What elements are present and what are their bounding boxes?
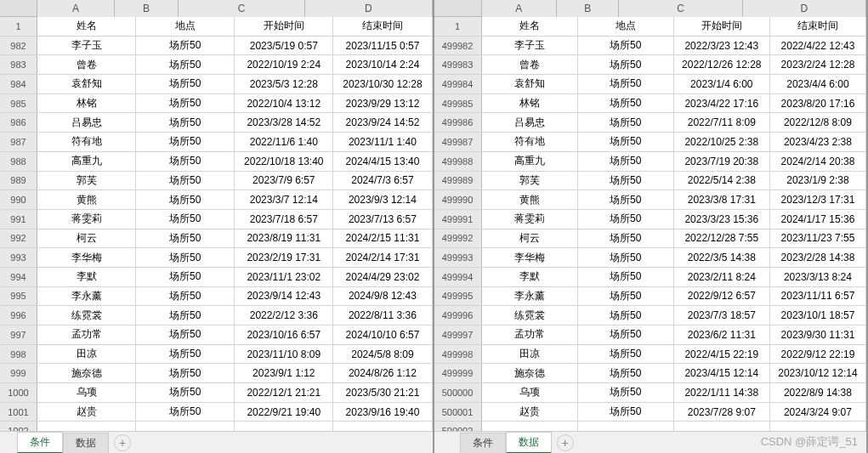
row-header[interactable]: 499983 xyxy=(434,55,482,74)
cell-start[interactable]: 2023/7/28 9:07 xyxy=(674,403,770,422)
cell-name[interactable]: 柯云 xyxy=(482,229,578,248)
cell-name[interactable]: 施奈德 xyxy=(482,364,578,382)
cell-start[interactable]: 2022/12/1 21:21 xyxy=(235,383,333,402)
cell-name[interactable]: 柯云 xyxy=(37,229,136,248)
row-header[interactable]: 1002 xyxy=(0,422,37,431)
cell-start[interactable]: 2022/11/6 1:40 xyxy=(235,133,333,151)
cell-name[interactable]: 李华梅 xyxy=(37,248,136,267)
cell-header-place[interactable]: 地点 xyxy=(136,17,235,36)
cell-end[interactable]: 2024/4/29 23:02 xyxy=(333,268,432,286)
cell-place[interactable]: 场所50 xyxy=(578,94,674,113)
cell-header-start[interactable]: 开始时间 xyxy=(235,17,333,36)
row-header[interactable]: 983 xyxy=(0,55,37,74)
cell-name[interactable]: 吕易忠 xyxy=(37,113,136,132)
tab-条件[interactable]: 条件 xyxy=(460,433,506,453)
row-header[interactable]: 1 xyxy=(0,17,37,36)
cell-place[interactable]: 场所50 xyxy=(136,268,235,286)
cell-start[interactable]: 2022/1/11 14:38 xyxy=(674,383,770,402)
cell-start[interactable]: 2023/10/16 6:57 xyxy=(235,326,333,344)
row-header[interactable]: 982 xyxy=(0,37,37,55)
cell-name[interactable]: 田凉 xyxy=(37,345,136,364)
cell-name[interactable]: 蒋雯莉 xyxy=(37,210,136,229)
cell-name[interactable]: 高重九 xyxy=(482,152,578,171)
row-header[interactable]: 999 xyxy=(0,364,37,382)
row-header[interactable]: 500002 xyxy=(434,422,482,431)
row-header[interactable]: 991 xyxy=(0,210,37,229)
cell-place[interactable]: 场所50 xyxy=(136,345,235,364)
cell-name[interactable]: 曾卷 xyxy=(37,55,136,74)
cell-end[interactable]: 2024/2/14 20:38 xyxy=(770,152,866,171)
cell-name[interactable]: 郭芙 xyxy=(482,172,578,190)
cell-start[interactable]: 2022/10/18 13:40 xyxy=(235,152,333,171)
cell-end[interactable]: 2023/1/9 2:38 xyxy=(770,172,866,190)
cell-name[interactable]: 田凉 xyxy=(482,345,578,364)
cell-start[interactable]: 2022/2/12 3:36 xyxy=(235,306,333,325)
row-header[interactable]: 499989 xyxy=(434,172,482,190)
cell-start[interactable]: 2023/8/19 11:31 xyxy=(235,229,333,248)
cell-end[interactable]: 2022/9/12 22:19 xyxy=(770,345,866,364)
cell-name[interactable]: 林铭 xyxy=(482,94,578,113)
cell-end[interactable]: 2022/4/22 12:43 xyxy=(770,37,866,55)
row-header[interactable]: 992 xyxy=(0,229,37,248)
cell-start[interactable]: 2022/9/12 6:57 xyxy=(674,287,770,306)
cell-name[interactable]: 袁舒知 xyxy=(482,75,578,93)
cell-end[interactable]: 2023/7/13 6:57 xyxy=(333,210,432,229)
cell-place[interactable]: 场所50 xyxy=(578,403,674,422)
cell-start[interactable]: 2022/9/21 19:40 xyxy=(235,403,333,422)
cell-end[interactable]: 2024/10/10 6:57 xyxy=(333,326,432,344)
cell-place[interactable]: 场所50 xyxy=(578,75,674,93)
row-header[interactable]: 499984 xyxy=(434,75,482,93)
cell-start[interactable]: 2023/5/19 0:57 xyxy=(235,37,333,55)
row-header[interactable]: 500000 xyxy=(434,383,482,402)
cell-header-end[interactable]: 结束时间 xyxy=(770,17,866,36)
row-header[interactable]: 987 xyxy=(0,133,37,151)
cell-end[interactable]: 2024/9/8 12:43 xyxy=(333,287,432,306)
cell-name[interactable]: 林铭 xyxy=(37,94,136,113)
row-header[interactable]: 1001 xyxy=(0,403,37,422)
cell-place[interactable]: 场所50 xyxy=(136,326,235,344)
cell-header-place[interactable]: 地点 xyxy=(578,17,674,36)
cell-start[interactable]: 2023/4/15 12:14 xyxy=(674,364,770,382)
cell-name[interactable]: 施奈德 xyxy=(37,364,136,382)
cell-place[interactable]: 场所50 xyxy=(136,306,235,325)
cell-start[interactable]: 2023/1/4 6:00 xyxy=(674,75,770,93)
col-header-C[interactable]: C xyxy=(179,0,305,17)
row-header[interactable]: 499994 xyxy=(434,268,482,286)
cell-place[interactable] xyxy=(136,422,235,431)
cell-name[interactable]: 乌项 xyxy=(482,383,578,402)
cell-name[interactable]: 赵贵 xyxy=(37,403,136,422)
cell-name[interactable]: 练霓裳 xyxy=(37,306,136,325)
cell-name[interactable]: 李永薰 xyxy=(37,287,136,306)
cell-place[interactable]: 场所50 xyxy=(136,383,235,402)
cell-name[interactable]: 郭芙 xyxy=(37,172,136,190)
col-header-D[interactable]: D xyxy=(305,0,432,17)
row-header[interactable]: 499991 xyxy=(434,210,482,229)
cell-name[interactable]: 孟功常 xyxy=(37,326,136,344)
row-header[interactable]: 996 xyxy=(0,306,37,325)
cell-end[interactable]: 2024/2/14 17:31 xyxy=(333,248,432,267)
cell-name[interactable]: 黄熊 xyxy=(482,190,578,209)
cell-name[interactable]: 曾卷 xyxy=(482,55,578,74)
cell-name[interactable]: 李永薰 xyxy=(482,287,578,306)
cell-end[interactable]: 2023/9/30 11:31 xyxy=(770,326,866,344)
cell-end[interactable]: 2023/5/30 21:21 xyxy=(333,383,432,402)
cell-start[interactable]: 2022/10/25 2:38 xyxy=(674,133,770,151)
cell-place[interactable]: 场所50 xyxy=(136,403,235,422)
row-header[interactable]: 499998 xyxy=(434,345,482,364)
cell-place[interactable]: 场所50 xyxy=(136,133,235,151)
cell-end[interactable]: 2024/1/17 15:36 xyxy=(770,210,866,229)
cell-name[interactable]: 赵贵 xyxy=(482,403,578,422)
row-header[interactable]: 499987 xyxy=(434,133,482,151)
cell-start[interactable]: 2022/10/19 2:24 xyxy=(235,55,333,74)
cell-start[interactable]: 2022/5/14 2:38 xyxy=(674,172,770,190)
row-header[interactable]: 499982 xyxy=(434,37,482,55)
cell-end[interactable]: 2023/9/3 12:14 xyxy=(333,190,432,209)
cell-start[interactable] xyxy=(235,422,333,431)
cell-end[interactable]: 2023/12/3 17:31 xyxy=(770,190,866,209)
cell-place[interactable]: 场所50 xyxy=(578,364,674,382)
cell-place[interactable]: 场所50 xyxy=(578,345,674,364)
cell-end[interactable]: 2023/2/28 14:38 xyxy=(770,248,866,267)
cell-end[interactable]: 2023/8/20 17:16 xyxy=(770,94,866,113)
cell-name[interactable]: 袁舒知 xyxy=(37,75,136,93)
row-header[interactable]: 986 xyxy=(0,113,37,132)
